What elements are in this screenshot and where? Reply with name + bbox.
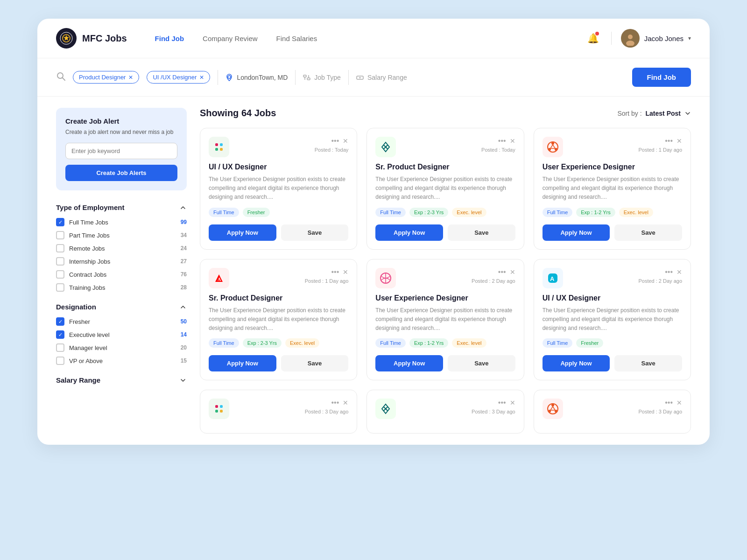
job-card-3-posted: Posted : 1 Day ago bbox=[638, 147, 682, 153]
svg-rect-16 bbox=[220, 143, 223, 146]
tag-exp-4: Exp : 2-3 Yrs bbox=[243, 338, 282, 348]
job-card-9-partial: ••• ✕ Posted : 3 Day ago bbox=[534, 390, 691, 434]
filter-tag-product-designer[interactable]: Product Designer ✕ bbox=[73, 71, 139, 84]
checkbox-fulltime[interactable]: ✓ bbox=[56, 218, 64, 226]
job-keyword-input[interactable] bbox=[65, 143, 177, 159]
save-button-3[interactable]: Save bbox=[614, 224, 682, 241]
checkbox-executive[interactable]: ✓ bbox=[56, 330, 64, 339]
designation-filter-header[interactable]: Designation bbox=[56, 303, 187, 311]
employment-filter-header[interactable]: Type of Employment bbox=[56, 203, 187, 211]
chevron-up-icon-2 bbox=[179, 303, 187, 311]
create-alerts-button[interactable]: Create Job Alerts bbox=[65, 165, 177, 181]
salary-filter-header[interactable]: Salary Range bbox=[56, 376, 187, 384]
checkbox-internship[interactable] bbox=[56, 257, 64, 266]
save-button-4[interactable]: Save bbox=[281, 355, 349, 371]
filter-fresher[interactable]: ✓ Fresher 50 bbox=[56, 317, 187, 326]
tag-exp-3: Exp : 1-2 Yrs bbox=[576, 208, 615, 217]
filter-parttime[interactable]: Part Time Jobs 34 bbox=[56, 231, 187, 239]
remove-tag-product-designer[interactable]: ✕ bbox=[128, 74, 133, 81]
filter-remote[interactable]: Remote Jobs 24 bbox=[56, 244, 187, 252]
job-card-6-tags: Full Time Fresher bbox=[543, 338, 682, 348]
filter-manager[interactable]: Manager level 20 bbox=[56, 343, 187, 352]
save-button-2[interactable]: Save bbox=[448, 224, 515, 241]
checkbox-contract[interactable] bbox=[56, 270, 64, 279]
tag-fulltime-1: Full Time bbox=[209, 208, 239, 217]
filter-fulltime[interactable]: ✓ Full Time Jobs 99 bbox=[56, 218, 187, 226]
job-card-1-close[interactable]: ✕ bbox=[343, 137, 348, 145]
checkbox-parttime[interactable] bbox=[56, 231, 64, 239]
sort-chevron-icon bbox=[684, 110, 691, 117]
job-card-9-menu[interactable]: ••• bbox=[665, 399, 673, 407]
sort-area[interactable]: Sort by : Latest Post bbox=[617, 110, 691, 117]
checkbox-fresher[interactable]: ✓ bbox=[56, 317, 64, 326]
svg-rect-17 bbox=[215, 148, 218, 151]
job-card-4-menu[interactable]: ••• bbox=[331, 268, 339, 276]
job-card-2-close[interactable]: ✕ bbox=[510, 137, 515, 145]
save-button-1[interactable]: Save bbox=[281, 224, 349, 241]
find-job-button[interactable]: Find Job bbox=[632, 68, 691, 87]
job-card-5-posted: Posted : 2 Day ago bbox=[472, 278, 515, 284]
job-card-8-posted: Posted : 3 Day ago bbox=[472, 409, 515, 414]
salary-range-filter[interactable]: Salary Range bbox=[356, 74, 407, 81]
job-card-4-close[interactable]: ✕ bbox=[343, 268, 348, 276]
apply-button-1[interactable]: Apply Now bbox=[209, 224, 276, 241]
apply-button-5[interactable]: Apply Now bbox=[375, 355, 443, 371]
filter-executive[interactable]: ✓ Executive level 14 bbox=[56, 330, 187, 339]
tag-fulltime-6: Full Time bbox=[543, 338, 573, 348]
main-card: MFC Jobs Find Job Company Review Find Sa… bbox=[37, 19, 710, 445]
nav-find-job[interactable]: Find Job bbox=[155, 35, 184, 42]
filter-vp[interactable]: VP or Above 15 bbox=[56, 357, 187, 365]
apply-button-6[interactable]: Apply Now bbox=[543, 355, 610, 371]
user-area[interactable]: Jacob Jones ▾ bbox=[621, 29, 691, 48]
svg-line-46 bbox=[550, 406, 553, 410]
job-card-8-menu[interactable]: ••• bbox=[498, 399, 506, 407]
svg-rect-18 bbox=[220, 148, 223, 151]
job-card-1-desc: The User Experience Designer position ex… bbox=[209, 175, 348, 202]
job-card-6-menu[interactable]: ••• bbox=[665, 268, 673, 276]
job-card-7-menu[interactable]: ••• bbox=[331, 399, 339, 407]
filter-contract[interactable]: Contract Jobs 76 bbox=[56, 270, 187, 279]
checkbox-vp[interactable] bbox=[56, 357, 64, 365]
nav-find-salaries[interactable]: Find Salaries bbox=[276, 35, 317, 42]
job-card-5-close[interactable]: ✕ bbox=[510, 268, 515, 276]
alert-desc: Create a job alert now and never miss a … bbox=[65, 128, 177, 136]
save-button-6[interactable]: Save bbox=[614, 355, 682, 371]
search-divider bbox=[218, 70, 218, 85]
job-card-7-close[interactable]: ✕ bbox=[343, 399, 348, 406]
job-card-5-menu[interactable]: ••• bbox=[498, 268, 506, 276]
apply-button-3[interactable]: Apply Now bbox=[543, 224, 610, 241]
job-card-3-close[interactable]: ✕ bbox=[677, 137, 682, 145]
checkbox-training[interactable] bbox=[56, 283, 64, 292]
job-card-6-title: UI / UX Designer bbox=[543, 294, 682, 302]
job-card-1-menu[interactable]: ••• bbox=[331, 137, 339, 145]
job-card-3-menu[interactable]: ••• bbox=[665, 137, 673, 145]
apply-button-4[interactable]: Apply Now bbox=[209, 355, 276, 371]
job-type-filter[interactable]: Job Type bbox=[303, 74, 341, 81]
save-button-5[interactable]: Save bbox=[448, 355, 515, 371]
remove-tag-ui-ux[interactable]: ✕ bbox=[199, 74, 204, 81]
job-card-9-close[interactable]: ✕ bbox=[677, 399, 682, 406]
header-divider bbox=[611, 32, 612, 45]
filter-tag-ui-ux-designer[interactable]: UI /UX Designer ✕ bbox=[147, 71, 210, 84]
job-card-2-desc: The User Experience Designer position ex… bbox=[375, 175, 515, 202]
location-area[interactable]: LondonTown, MD bbox=[226, 74, 288, 81]
search-bar: Product Designer ✕ UI /UX Designer ✕ Lon… bbox=[37, 58, 710, 97]
search-divider-2 bbox=[295, 70, 296, 85]
bell-icon[interactable]: 🔔 bbox=[585, 30, 602, 47]
job-card-2-menu[interactable]: ••• bbox=[498, 137, 506, 145]
job-card-6-close[interactable]: ✕ bbox=[677, 268, 682, 276]
nav-company-review[interactable]: Company Review bbox=[203, 35, 258, 42]
tag-exp-5: Exp : 1-2 Yrs bbox=[409, 338, 448, 348]
filter-training[interactable]: Training Jobs 28 bbox=[56, 283, 187, 292]
filter-internship[interactable]: Internship Jobs 27 bbox=[56, 257, 187, 266]
job-card-8-close[interactable]: ✕ bbox=[510, 399, 515, 406]
salary-filter-title: Salary Range bbox=[56, 376, 100, 384]
svg-rect-37 bbox=[215, 410, 218, 413]
tag-fulltime-3: Full Time bbox=[543, 208, 573, 217]
sidebar: Create Job Alert Create a job alert now … bbox=[56, 108, 187, 434]
checkbox-remote[interactable] bbox=[56, 244, 64, 252]
checkbox-manager[interactable] bbox=[56, 343, 64, 352]
job-card-1-actions: Apply Now Save bbox=[209, 224, 348, 241]
apply-button-2[interactable]: Apply Now bbox=[375, 224, 443, 241]
tag-fulltime-2: Full Time bbox=[375, 208, 406, 217]
